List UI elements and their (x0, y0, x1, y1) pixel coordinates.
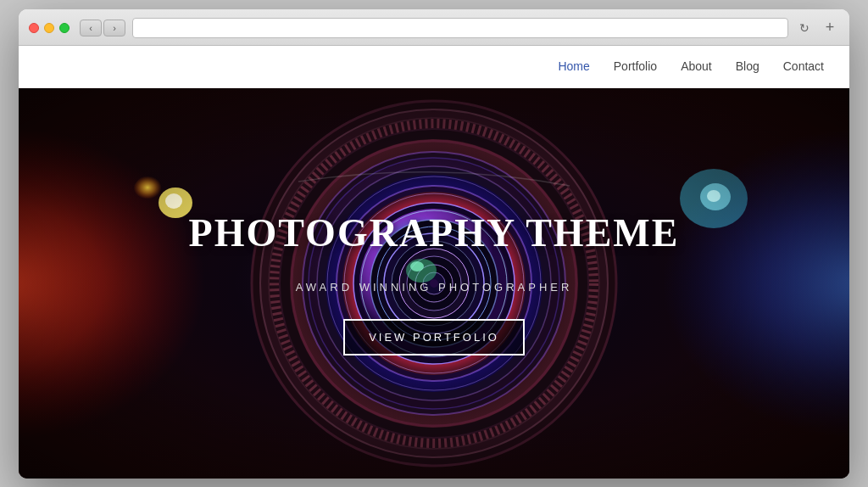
refresh-button[interactable]: ↻ (795, 19, 814, 37)
hero-content: PHOTOGRAPHY THEME AWARD WINNING PHOTOGRA… (19, 88, 849, 479)
nav-about[interactable]: About (681, 59, 712, 73)
nav-home[interactable]: Home (558, 59, 589, 73)
hero-title: PHOTOGRAPHY THEME (189, 210, 680, 255)
address-bar[interactable] (132, 18, 788, 38)
browser-chrome: ‹ › ↻ + (19, 9, 849, 46)
view-portfolio-button[interactable]: VIEW PORTFOLIO (343, 319, 525, 355)
browser-window: ‹ › ↻ + Home Portfolio About Blog Contac… (19, 9, 849, 479)
new-tab-button[interactable]: + (821, 19, 839, 37)
nav-blog[interactable]: Blog (736, 59, 760, 73)
traffic-lights (29, 23, 70, 33)
nav-contact[interactable]: Contact (783, 59, 824, 73)
minimize-button[interactable] (44, 23, 54, 33)
close-button[interactable] (29, 23, 39, 33)
maximize-button[interactable] (59, 23, 70, 33)
site-navbar: Home Portfolio About Blog Contact (19, 46, 849, 88)
forward-button[interactable]: › (103, 20, 125, 36)
nav-buttons: ‹ › (80, 20, 125, 36)
back-button[interactable]: ‹ (80, 20, 102, 36)
nav-portfolio[interactable]: Portfolio (614, 59, 657, 73)
hero-subtitle: AWARD WINNING PHOTOGRAPHER (296, 281, 573, 294)
hero-section: PHOTOGRAPHY THEME AWARD WINNING PHOTOGRA… (19, 88, 849, 479)
